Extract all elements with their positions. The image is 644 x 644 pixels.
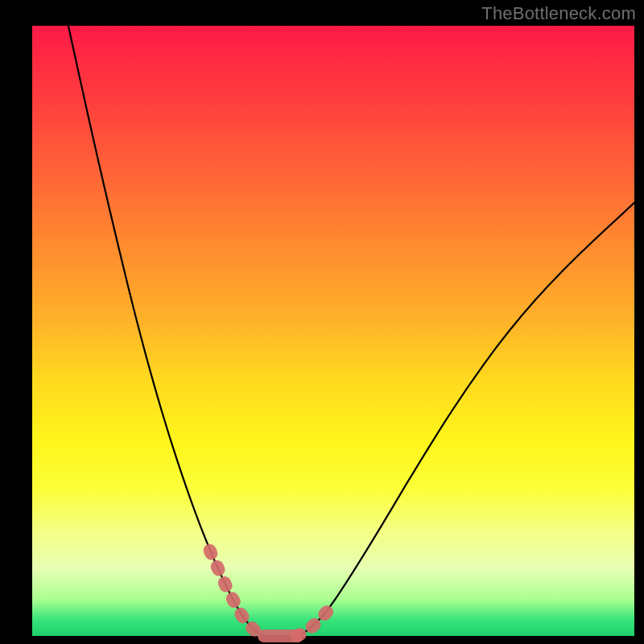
- chart-frame: TheBottleneck.com: [0, 0, 644, 644]
- beads-left: [210, 551, 262, 634]
- plot-area: [32, 26, 634, 636]
- curve-right-branch: [297, 203, 634, 636]
- watermark-text: TheBottleneck.com: [481, 3, 636, 24]
- curve-layer: [32, 26, 634, 636]
- beads-right: [297, 602, 333, 636]
- curve-left-branch: [68, 26, 264, 636]
